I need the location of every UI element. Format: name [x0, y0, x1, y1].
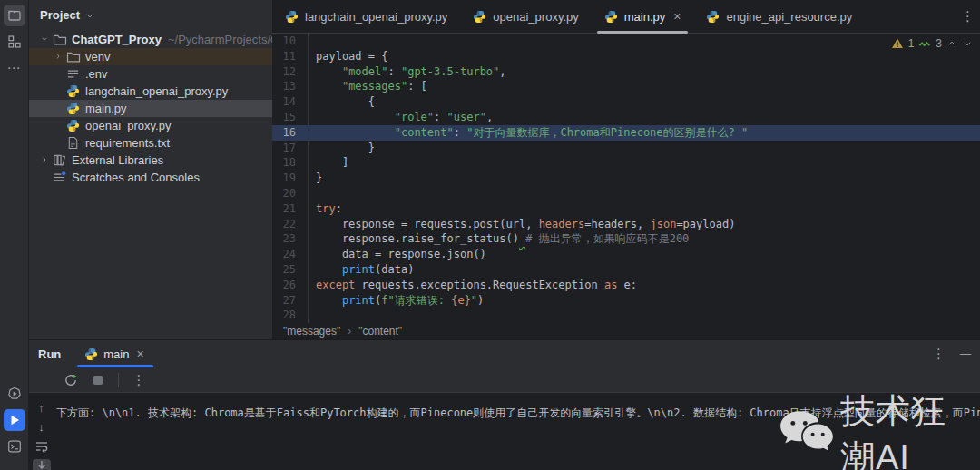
- code-line-text: print(f"请求错误: {e}"): [309, 293, 484, 308]
- editor-tab-main-py[interactable]: main.py×: [592, 0, 694, 33]
- next-problem-icon[interactable]: [962, 39, 973, 48]
- prev-problem-icon[interactable]: [946, 39, 957, 48]
- code-line-19[interactable]: 19}: [272, 171, 980, 186]
- run-tab-main[interactable]: main ×: [84, 340, 143, 367]
- run-tab-label: main: [103, 348, 129, 361]
- tree-item-langchain-openai-proxy-py[interactable]: langchain_openai_proxy.py: [29, 83, 272, 100]
- code-editor[interactable]: 1011payload = {12 "model": "gpt-3.5-turb…: [272, 34, 980, 323]
- line-number[interactable]: 26: [272, 278, 309, 293]
- code-line-12[interactable]: 12 "model": "gpt-3.5-turbo",: [272, 64, 980, 80]
- editor-tab-engine-api-resource-py[interactable]: engine_api_resource.py: [693, 0, 865, 33]
- tree-item--env[interactable]: .env: [29, 65, 272, 83]
- rerun-icon[interactable]: [62, 371, 80, 389]
- code-line-14[interactable]: 14 {: [272, 94, 980, 110]
- editor-tab-openai-proxy-py[interactable]: openai_proxy.py: [460, 0, 591, 33]
- project-panel-title: Project: [40, 8, 80, 22]
- tree-item-chatgpt-proxy[interactable]: ChatGPT_Proxy~/PycharmProjects/ChatGPT_P…: [29, 31, 272, 48]
- line-number[interactable]: 27: [272, 293, 309, 308]
- line-number[interactable]: 14: [272, 94, 309, 110]
- tree-item-label: langchain_openai_proxy.py: [85, 84, 228, 98]
- chevron-down-icon[interactable]: [39, 35, 52, 44]
- breadcrumb-item[interactable]: "messages": [283, 325, 340, 338]
- line-number[interactable]: 18: [272, 155, 309, 171]
- tree-item-openai-proxy-py[interactable]: openai_proxy.py: [29, 117, 272, 134]
- tab-options-icon[interactable]: ⋮: [961, 8, 975, 24]
- editor-tab-langchain-openai-proxy-py[interactable]: langchain_openai_proxy.py: [272, 0, 460, 33]
- code-line-text: [309, 186, 316, 201]
- python-icon: [706, 10, 720, 24]
- line-number[interactable]: 22: [272, 217, 309, 232]
- line-number[interactable]: 16: [272, 125, 309, 141]
- code-line-24[interactable]: 24 data = response.json(): [272, 247, 980, 262]
- line-number[interactable]: 23: [272, 231, 309, 247]
- code-line-text: "messages": [: [309, 79, 427, 94]
- run-options-icon[interactable]: ⋮: [932, 346, 946, 362]
- line-number[interactable]: 10: [272, 34, 309, 49]
- code-line-27[interactable]: 27 print(f"请求错误: {e}"): [272, 293, 980, 308]
- line-number[interactable]: 21: [272, 201, 309, 217]
- project-panel: Project ChatGPT_Proxy~/PycharmProjects/C…: [29, 0, 272, 339]
- tree-item-requirements-txt[interactable]: requirements.txt: [29, 134, 272, 152]
- tree-item-scratches-and-consoles[interactable]: Scratches and Consoles: [29, 169, 272, 186]
- chevron-right-icon[interactable]: [53, 53, 65, 62]
- tree-item-venv[interactable]: venv: [29, 48, 272, 65]
- python-icon: [65, 84, 81, 98]
- code-line-10[interactable]: 10: [272, 34, 980, 49]
- console-gutter: ↑ ↓: [29, 393, 54, 470]
- line-number[interactable]: 24: [272, 247, 309, 262]
- inspections-widget[interactable]: 1 3: [891, 37, 973, 50]
- line-number[interactable]: 20: [272, 186, 309, 201]
- line-number[interactable]: 15: [272, 110, 309, 125]
- stop-icon[interactable]: [89, 371, 107, 389]
- breadcrumb-item[interactable]: "content": [358, 325, 402, 338]
- code-line-13[interactable]: 13 "messages": [: [272, 79, 980, 94]
- code-line-16[interactable]: 16 "content": "对于向量数据库，Chroma和Pinecone的区…: [272, 125, 980, 141]
- code-line-26[interactable]: 26except requests.exceptions.RequestExce…: [272, 278, 980, 293]
- code-line-text: try:: [309, 201, 342, 217]
- code-line-25[interactable]: 25 print(data): [272, 262, 980, 278]
- code-line-11[interactable]: 11payload = {: [272, 49, 980, 64]
- project-panel-header[interactable]: Project: [29, 0, 272, 27]
- structure-tool-icon[interactable]: [4, 31, 25, 53]
- close-icon[interactable]: ×: [673, 9, 681, 24]
- line-number[interactable]: 25: [272, 262, 309, 278]
- chevron-right-icon[interactable]: [39, 156, 52, 165]
- down-stacktrace-icon[interactable]: ↓: [33, 420, 51, 434]
- libs-icon: [52, 153, 67, 167]
- code-line-18[interactable]: 18 ]: [272, 155, 980, 171]
- up-stacktrace-icon[interactable]: ↑: [33, 401, 51, 415]
- minimize-icon[interactable]: —: [960, 348, 971, 360]
- code-line-17[interactable]: 17 }: [272, 141, 980, 156]
- services-tool-icon[interactable]: [4, 383, 25, 405]
- close-icon[interactable]: ×: [136, 347, 143, 361]
- line-number[interactable]: 17: [272, 141, 309, 156]
- code-line-23[interactable]: 23 response.raise_for_status() # 抛出异常，如果…: [272, 231, 980, 247]
- soft-wrap-icon[interactable]: [33, 439, 51, 454]
- tree-item-external-libraries[interactable]: External Libraries: [29, 152, 272, 169]
- line-number[interactable]: 13: [272, 79, 309, 94]
- toolbar-options-icon[interactable]: ⋮: [130, 371, 148, 389]
- code-line-text: "content": "对于向量数据库，Chroma和Pinecone的区别是什…: [309, 125, 748, 141]
- watermark-text: 技术狂潮AI: [840, 388, 980, 470]
- ide-window: ⋯ Project ChatGPT_Proxy~/PycharmProjects…: [0, 0, 980, 470]
- code-line-15[interactable]: 15 "role": "user",: [272, 110, 980, 125]
- code-line-21[interactable]: 21try:: [272, 201, 980, 217]
- code-line-28[interactable]: 28: [272, 308, 980, 323]
- line-number[interactable]: 12: [272, 64, 309, 80]
- env-icon: [65, 67, 81, 81]
- code-line-22[interactable]: 22 response = requests.post(url, headers…: [272, 217, 980, 232]
- scroll-to-end-icon[interactable]: [33, 459, 51, 470]
- code-line-text: except requests.exceptions.RequestExcept…: [309, 278, 637, 293]
- line-number[interactable]: 28: [272, 308, 309, 323]
- line-number[interactable]: 11: [272, 49, 309, 64]
- run-tool-icon[interactable]: [4, 409, 25, 431]
- project-tool-icon[interactable]: [4, 5, 25, 26]
- breadcrumb: "messages"›"content": [272, 323, 980, 339]
- line-number[interactable]: 19: [272, 171, 309, 186]
- code-line-20[interactable]: 20: [272, 186, 980, 201]
- more-tools-icon[interactable]: ⋯: [4, 57, 25, 79]
- typo-icon: [918, 37, 931, 50]
- terminal-tool-icon[interactable]: [4, 436, 25, 457]
- tab-label: langchain_openai_proxy.py: [305, 10, 447, 24]
- tree-item-main-py[interactable]: main.py: [29, 100, 272, 117]
